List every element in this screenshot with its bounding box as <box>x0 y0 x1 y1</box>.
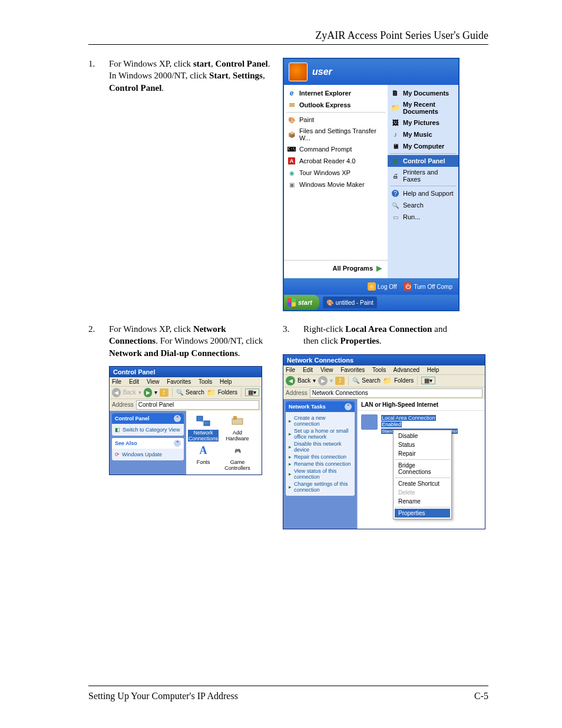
start-item-search[interactable]: Search <box>388 199 458 211</box>
icon-add-hardware[interactable]: Add Hardware <box>223 414 252 442</box>
step-2-body: For Windows XP, click Network Connection… <box>109 323 271 359</box>
start-menu-right-pane: My Documents My Recent Documents My Pict… <box>388 85 458 278</box>
up-button[interactable]: ⤴ <box>335 377 345 385</box>
logoff-button[interactable]: ⎋Log Off <box>365 281 399 292</box>
step-1-body: For Windows XP, click start, Control Pan… <box>109 58 271 94</box>
ctx-properties[interactable]: Properties <box>395 509 450 518</box>
icon-game-controllers[interactable]: 🎮 Game Controllers <box>223 444 252 471</box>
task-link[interactable]: ▸Set up a home or small office network <box>289 427 352 440</box>
search-label[interactable]: Search <box>186 389 204 396</box>
task-link[interactable]: ▸Disable this network device <box>289 440 352 453</box>
windows-update-link[interactable]: ⟳Windows Update <box>115 451 181 458</box>
back-label: Back <box>123 389 136 396</box>
start-menu-screenshot: user Internet Explorer Outlook Express P… <box>283 58 459 311</box>
folders-label[interactable]: Folders <box>394 377 414 384</box>
taskbar-item-paint[interactable]: untitled - Paint <box>323 297 377 308</box>
lan-icon <box>361 414 378 430</box>
nc-main-pane: ▲ ▼ LAN or High-Speed Internet Local Are… <box>357 399 485 529</box>
start-menu-footer: ⎋Log Off ⏻Turn Off Comp <box>284 278 458 295</box>
ctx-rename[interactable]: Rename <box>395 497 450 506</box>
forward-button[interactable]: ▶ <box>318 376 328 386</box>
menu-view[interactable]: View <box>147 378 160 385</box>
address-label: Address <box>112 401 134 408</box>
task-link[interactable]: ▸Create a new connection <box>289 414 352 427</box>
start-button[interactable]: start <box>284 295 319 310</box>
task-link[interactable]: ▸Repair this connection <box>289 453 352 460</box>
start-item-cmd[interactable]: Command Prompt <box>284 143 388 155</box>
address-input[interactable] <box>136 400 259 410</box>
menu-help[interactable]: Help <box>427 367 439 373</box>
ctx-create-shortcut[interactable]: Create Shortcut <box>395 479 450 488</box>
chevron-up-icon: ⌃ <box>174 415 181 422</box>
outlook-icon <box>287 101 296 109</box>
menu-file[interactable]: File <box>286 367 295 373</box>
task-link[interactable]: ▸Rename this connection <box>289 460 352 467</box>
search-icon: 🔍 <box>176 389 183 396</box>
menu-favorites[interactable]: Favorites <box>340 367 365 373</box>
menu-tools[interactable]: Tools <box>199 378 212 385</box>
start-item-acrobat[interactable]: Acrobat Reader 4.0 <box>284 155 388 167</box>
step-1-num: 1. <box>88 58 95 70</box>
back-button[interactable]: ◀ <box>286 376 295 386</box>
start-item-help[interactable]: Help and Support <box>388 187 458 199</box>
music-icon <box>391 130 399 139</box>
menu-tools[interactable]: Tools <box>372 367 386 373</box>
all-programs[interactable]: All Programs ▶ <box>284 260 388 276</box>
sidebar-header-seealso[interactable]: See Also ⌃ <box>112 438 184 449</box>
menu-edit[interactable]: Edit <box>129 378 139 385</box>
start-item-mydocs[interactable]: My Documents <box>388 87 458 99</box>
views-button[interactable]: ▦▾ <box>421 377 435 384</box>
start-item-recent[interactable]: My Recent Documents <box>388 99 458 117</box>
search-label[interactable]: Search <box>362 377 381 384</box>
task-link[interactable]: ▸Change settings of this connection <box>289 480 352 493</box>
sidebar-header-cp[interactable]: Control Panel ⌃ <box>112 413 184 424</box>
icon-network-connections[interactable]: Network Connections <box>189 414 218 442</box>
start-item-paint[interactable]: Paint <box>284 114 388 126</box>
menu-edit[interactable]: Edit <box>303 367 313 373</box>
toolbar: ◀ Back ▾ ▶ ▾ ⤴ 🔍 Search Folders ▦▾ <box>283 374 485 387</box>
up-button[interactable]: ⤴ <box>160 388 168 397</box>
address-input[interactable] <box>310 388 482 398</box>
start-item-mypics[interactable]: My Pictures <box>388 117 458 129</box>
scroll-up-icon[interactable]: ▲ <box>357 399 358 405</box>
sidebar-header-tasks[interactable]: Network Tasks ⌃ <box>286 401 355 412</box>
ctx-disable[interactable]: Disable <box>395 431 450 440</box>
start-item-tour[interactable]: Tour Windows XP <box>284 167 388 179</box>
switch-category-link[interactable]: ◧Switch to Category View <box>115 426 181 433</box>
forward-button[interactable]: ▶ <box>144 388 153 397</box>
start-item-fast[interactable]: Files and Settings Transfer W... <box>284 126 388 143</box>
task-icon: ▸ <box>289 431 292 437</box>
start-item-moviemaker[interactable]: Windows Movie Maker <box>284 179 388 190</box>
menu-file[interactable]: File <box>112 378 121 385</box>
control-panel-icon <box>391 157 399 165</box>
hardware-icon <box>229 414 246 429</box>
start-item-run[interactable]: Run... <box>388 211 458 223</box>
ctx-status[interactable]: Status <box>395 440 450 449</box>
start-item-printers[interactable]: Printers and Faxes <box>388 167 458 185</box>
turnoff-button[interactable]: ⏻Turn Off Comp <box>401 281 455 292</box>
menu-advanced[interactable]: Advanced <box>394 367 419 373</box>
menu-bar: File Edit View Favorites Tools Help <box>110 377 262 386</box>
menu-view[interactable]: View <box>320 367 333 373</box>
ie-icon <box>287 89 296 97</box>
menu-help[interactable]: Help <box>220 378 232 385</box>
network-icon <box>195 414 211 429</box>
start-item-outlook[interactable]: Outlook Express <box>284 99 388 111</box>
back-button[interactable]: ◀ <box>112 388 121 397</box>
start-item-mymusic[interactable]: My Music <box>388 129 458 140</box>
views-button[interactable]: ▦▾ <box>245 388 259 396</box>
scrollbar[interactable]: ▲ ▼ <box>357 399 358 529</box>
divider <box>390 153 456 154</box>
start-item-mycomputer[interactable]: My Computer <box>388 140 458 152</box>
ctx-bridge-connections[interactable]: Bridge Connections <box>395 461 450 476</box>
ctx-repair[interactable]: Repair <box>395 449 450 458</box>
step-2: 2. For Windows XP, click Network Connect… <box>88 323 271 359</box>
folders-label[interactable]: Folders <box>218 389 237 396</box>
icon-fonts[interactable]: A Fonts <box>189 444 218 471</box>
address-label: Address <box>286 390 308 396</box>
scroll-down-icon[interactable]: ▼ <box>357 523 358 529</box>
start-item-ie[interactable]: Internet Explorer <box>284 87 388 99</box>
task-link[interactable]: ▸View status of this connection <box>289 467 352 480</box>
start-item-controlpanel[interactable]: Control Panel <box>388 155 458 167</box>
menu-favorites[interactable]: Favorites <box>167 378 191 385</box>
